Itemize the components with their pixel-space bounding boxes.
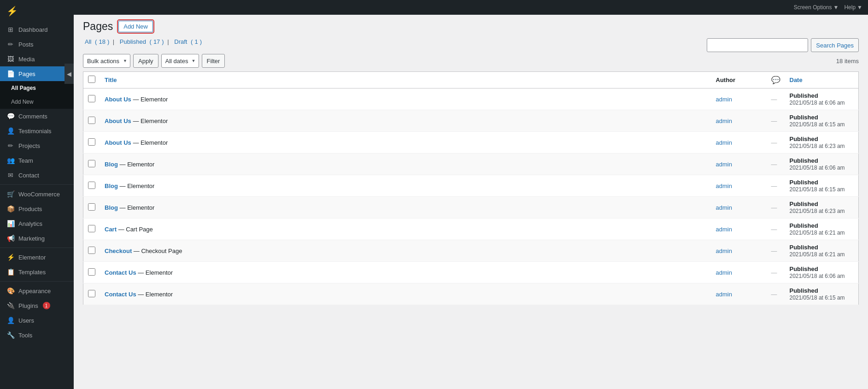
row-comments-cell: —	[767, 153, 785, 175]
comment-bubble-icon: 💬	[771, 76, 780, 84]
sidebar-item-products[interactable]: 📦 Products	[0, 201, 74, 216]
sidebar-item-comments[interactable]: 💬 Comments	[0, 109, 74, 124]
th-title[interactable]: Title	[100, 72, 711, 88]
row-comments-cell: —	[767, 218, 785, 240]
author-link[interactable]: admin	[716, 183, 732, 189]
date-status: Published	[790, 222, 818, 229]
row-date-cell: Published 2021/05/18 at 6:23 am	[785, 132, 859, 153]
date-time: 2021/05/18 at 6:15 am	[790, 121, 845, 128]
search-pages-button[interactable]: Search Pages	[811, 38, 859, 52]
author-link[interactable]: admin	[716, 96, 732, 103]
sidebar-item-posts[interactable]: ✏ Posts	[0, 37, 74, 52]
row-author-cell: admin	[711, 218, 767, 240]
row-checkbox-cell	[83, 197, 100, 218]
th-author: Author	[711, 72, 767, 88]
page-title-link[interactable]: Blog	[105, 204, 118, 211]
page-title-link[interactable]: Blog	[105, 161, 118, 168]
row-checkbox[interactable]	[88, 138, 95, 146]
sidebar-item-woocommerce[interactable]: 🛒 WooCommerce	[0, 187, 74, 201]
screen-options-button[interactable]: Screen Options ▼	[794, 4, 839, 11]
actions-bar: Bulk actions Apply All dates Filter 18 i…	[83, 54, 859, 68]
row-checkbox[interactable]	[88, 182, 95, 189]
row-checkbox[interactable]	[88, 95, 95, 102]
sidebar-item-elementor[interactable]: ⚡ Elementor	[0, 250, 74, 265]
sidebar-item-appearance[interactable]: 🎨 Appearance	[0, 283, 74, 298]
sidebar-item-projects[interactable]: ✏ Projects	[0, 138, 74, 153]
row-checkbox[interactable]	[88, 247, 95, 254]
author-link[interactable]: admin	[716, 161, 732, 168]
projects-icon: ✏	[6, 142, 15, 149]
comments-value: —	[771, 248, 777, 254]
row-author-cell: admin	[711, 110, 767, 132]
row-checkbox[interactable]	[88, 290, 95, 297]
row-title-cell: Blog — Elementor	[100, 153, 711, 175]
author-link[interactable]: admin	[716, 248, 732, 254]
appearance-icon: 🎨	[6, 287, 15, 295]
sidebar-item-analytics[interactable]: 📊 Analytics	[0, 216, 74, 231]
bulk-actions-select[interactable]: Bulk actions	[83, 54, 130, 68]
row-subtitle: — Elementor	[120, 161, 155, 168]
dates-select[interactable]: All dates	[161, 54, 199, 68]
sidebar-item-team[interactable]: 👥 Team	[0, 153, 74, 168]
row-checkbox-cell	[83, 88, 100, 110]
page-title-link[interactable]: Contact Us	[105, 291, 136, 298]
sidebar-item-plugins[interactable]: 🔌 Plugins 1	[0, 298, 74, 313]
row-title-cell: About Us — Elementor	[100, 110, 711, 132]
row-checkbox-cell	[83, 110, 100, 132]
sidebar-item-contact[interactable]: ✉ Contact	[0, 168, 74, 183]
page-title-link[interactable]: Cart	[105, 226, 117, 233]
filter-button[interactable]: Filter	[202, 54, 225, 68]
help-button[interactable]: Help ▼	[844, 4, 862, 11]
sidebar-item-dashboard[interactable]: ⊞ Dashboard	[0, 22, 74, 37]
page-title-link[interactable]: About Us	[105, 96, 131, 103]
products-icon: 📦	[6, 205, 15, 212]
row-checkbox[interactable]	[88, 203, 95, 211]
row-checkbox[interactable]	[88, 160, 95, 167]
table-row: About Us — Elementor admin — Published 2…	[83, 88, 859, 110]
sidebar-item-testimonials[interactable]: 👤 Testimonials	[0, 124, 74, 138]
row-subtitle: — Elementor	[133, 139, 168, 146]
page-title-link[interactable]: Contact Us	[105, 269, 136, 276]
row-date-cell: Published 2021/05/18 at 6:23 am	[785, 197, 859, 218]
select-all-checkbox[interactable]	[88, 76, 95, 83]
author-link[interactable]: admin	[716, 226, 732, 233]
sidebar-item-pages[interactable]: 📄 Pages ◀	[0, 66, 74, 81]
search-input[interactable]	[707, 38, 808, 52]
row-author-cell: admin	[711, 132, 767, 153]
author-link[interactable]: admin	[716, 269, 732, 276]
page-title-link[interactable]: Blog	[105, 183, 118, 189]
author-link[interactable]: admin	[716, 291, 732, 298]
row-checkbox[interactable]	[88, 225, 95, 232]
apply-button[interactable]: Apply	[133, 54, 158, 68]
row-checkbox[interactable]	[88, 117, 95, 124]
date-status: Published	[790, 287, 818, 294]
sidebar-item-add-new-page[interactable]: Add New	[0, 95, 74, 109]
row-checkbox[interactable]	[88, 268, 95, 276]
row-author-cell: admin	[711, 262, 767, 283]
sidebar-divider-2	[0, 248, 74, 248]
th-date[interactable]: Date	[785, 72, 859, 88]
sidebar-item-marketing[interactable]: 📢 Marketing	[0, 231, 74, 246]
row-subtitle: — Checkout Page	[134, 248, 182, 254]
sidebar-item-users[interactable]: 👤 Users	[0, 313, 74, 328]
page-title-link[interactable]: About Us	[105, 139, 131, 146]
page-title-link[interactable]: Checkout	[105, 248, 132, 254]
page-title-link[interactable]: About Us	[105, 118, 131, 124]
row-checkbox-cell	[83, 218, 100, 240]
row-title-cell: Contact Us — Elementor	[100, 262, 711, 283]
author-link[interactable]: admin	[716, 118, 732, 124]
row-subtitle: — Cart Page	[118, 226, 153, 233]
filter-all-link[interactable]: All (18)	[83, 38, 111, 45]
filter-draft-link[interactable]: Draft (1)	[172, 38, 202, 45]
add-new-button[interactable]: Add New	[118, 21, 153, 32]
sidebar-item-tools[interactable]: 🔧 Tools	[0, 328, 74, 342]
row-date-cell: Published 2021/05/18 at 6:06 am	[785, 153, 859, 175]
author-link[interactable]: admin	[716, 139, 732, 146]
filter-published-link[interactable]: Published (17)	[118, 38, 165, 45]
team-icon: 👥	[6, 157, 15, 164]
author-link[interactable]: admin	[716, 204, 732, 211]
sidebar-item-media[interactable]: 🖼 Media	[0, 52, 74, 66]
sidebar-item-templates[interactable]: 📋 Templates	[0, 265, 74, 279]
sidebar-item-all-pages[interactable]: All Pages	[0, 81, 74, 95]
date-time: 2021/05/18 at 6:23 am	[790, 143, 845, 149]
